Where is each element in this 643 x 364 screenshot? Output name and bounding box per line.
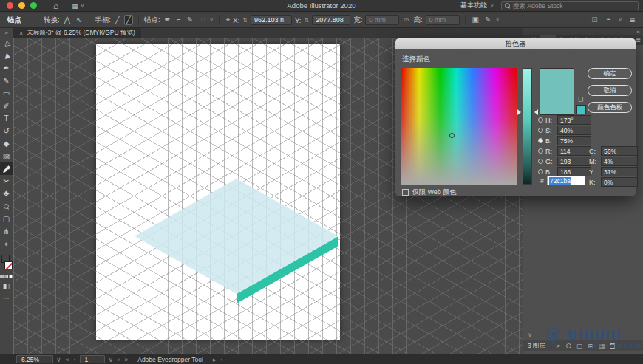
stock-search[interactable] [501,1,639,10]
reference-point-icon[interactable]: ⌖ [225,16,232,24]
dialog-title[interactable]: 拾色器 [395,38,636,49]
next-artboard-icon[interactable]: › [118,356,120,363]
arrange-documents-button[interactable]: ▦ ∨ [72,2,84,10]
panel-list-icon[interactable]: ≣ [628,16,637,24]
k-field[interactable]: 0% [601,177,638,187]
b2-radio[interactable] [538,169,543,174]
convert-smooth-icon[interactable]: ∿ [75,16,84,24]
artboard-number-field[interactable]: 1 [80,355,105,363]
zoom-tool[interactable] [0,200,13,213]
smooth-anchor-icon[interactable]: ✎ [186,16,194,24]
eyedropper-tool[interactable] [0,162,13,175]
isolate-icon[interactable]: ∷ [199,16,206,24]
direct-selection-tool[interactable]: ▶ [0,49,13,62]
s-radio[interactable] [538,128,543,133]
none-button[interactable] [9,275,13,278]
scroll-left-icon[interactable]: ‹ [220,356,222,363]
convert-corner-icon[interactable]: ⋀ [63,16,72,24]
artboard-dropdown-icon[interactable]: ∨ [109,356,114,363]
selection-tool[interactable]: ▷ [0,37,13,49]
gradient-button[interactable] [4,275,8,278]
r-radio[interactable] [538,148,543,154]
height-field[interactable]: 0 mm [426,15,460,25]
zoom-dropdown-icon[interactable]: ∨ [56,356,61,363]
curvature-tool[interactable]: ✎ [0,75,13,87]
home-icon[interactable]: ⌂ [53,2,58,10]
zoom-level-field[interactable]: 6.25% [16,355,53,363]
h-radio[interactable] [538,117,543,123]
document-tab[interactable]: × 未标题-3* @ 6.25% (CMYK/GPU 预览) [13,28,141,38]
x-field[interactable]: 962.103 n [251,15,292,25]
web-safe-swatch[interactable] [576,105,586,114]
panel-menu-icon[interactable]: ≣ [636,37,643,44]
y-stepper-icon[interactable]: ⇅ [304,17,309,24]
prev-artboard-icon[interactable]: ‹ [74,356,76,363]
m-field[interactable]: 4% [601,157,638,166]
g-radio[interactable] [538,159,543,164]
remove-anchor-icon[interactable]: ✒ [163,16,172,24]
transform-box-icon[interactable]: ▣ [471,16,480,24]
zoom-window-button[interactable] [30,2,37,9]
first-artboard-icon[interactable]: « [66,356,69,363]
b-field[interactable]: 75% [557,136,591,145]
symbol-tool[interactable]: ⌖ [0,238,13,250]
locate-object-icon[interactable] [566,343,571,348]
panel-row-collapse-icon[interactable]: ∨ [528,332,532,338]
color-swatches-button[interactable]: 颜色色板 [588,102,632,113]
brightness-slider[interactable] [523,68,532,185]
x-stepper-icon[interactable]: ⇅ [242,17,248,24]
align-options-icon[interactable]: ≡ [605,16,613,24]
edit-toolbar-icon[interactable]: … [0,292,13,301]
hand-tool[interactable]: ✥ [0,188,13,200]
drawing-modes-icon[interactable]: ◧ [0,280,13,292]
iso-tile-top-face[interactable] [135,179,338,294]
ok-button[interactable]: 确定 [588,68,632,79]
pen-options-icon[interactable]: ✎ [483,16,492,24]
width-field[interactable]: 0 mm [365,15,399,25]
c-field[interactable]: 56% [601,146,638,156]
shape-builder-tool[interactable]: ✂ [0,175,13,188]
hex-value: 72c1ba [549,177,571,185]
link-dimensions-icon[interactable]: ∞ [402,16,410,24]
rectangle-tool[interactable]: ▭ [0,87,13,100]
color-button[interactable] [0,275,4,278]
stroke-none-swatch[interactable] [4,261,13,269]
collapse-panels-icon[interactable]: » [637,29,640,35]
pen-tool[interactable]: ✒ [0,62,13,75]
minimize-window-button[interactable] [18,2,25,9]
paintbrush-tool[interactable]: ✐ [0,100,13,112]
slider-arrow-left-icon[interactable] [517,109,521,115]
type-tool[interactable]: T [0,112,13,125]
color-marker-icon[interactable] [449,133,455,138]
gradient-tool[interactable]: ▨ [0,150,13,162]
slider-arrow-right-icon[interactable] [534,109,538,115]
close-tab-icon[interactable]: × [19,30,23,37]
artboard-tool[interactable]: ▢ [0,213,13,225]
status-options-icon[interactable]: ▸ [213,356,217,363]
b-radio[interactable] [538,138,543,143]
y-field[interactable]: 2077.808 [312,15,350,25]
search-input[interactable] [513,2,624,10]
workspace-switcher[interactable]: 基本功能 ∨ [460,1,494,10]
r-field[interactable]: 114 [557,146,591,156]
s-field[interactable]: 40% [557,126,591,135]
h-field[interactable]: 173° [557,115,591,125]
g-field[interactable]: 193 [557,157,591,166]
eraser-tool[interactable]: ◆ [0,137,13,150]
show-handles-icon[interactable]: ╱ [114,16,121,24]
close-window-button[interactable] [7,2,13,9]
corner-anchor-icon[interactable]: ⌐ [175,16,183,24]
toolbar-collapse-icon[interactable]: » [0,28,13,37]
rotate-tool[interactable]: ↺ [0,125,13,137]
h-label: H: [545,117,555,124]
snap-grid-icon[interactable]: ⊡ [590,16,599,24]
y-field[interactable]: 31% [601,167,638,176]
mesh-tool[interactable]: ⋔ [0,225,13,238]
cancel-button[interactable]: 取消 [588,85,632,96]
gamut-warning-icon[interactable]: ❑ [578,96,583,103]
hex-field[interactable]: 72c1ba [547,176,585,185]
web-colors-only-checkbox[interactable]: 仅限 Web 颜色 [402,188,456,197]
hide-handles-icon[interactable]: ╱ [124,15,133,25]
color-spectrum-field[interactable] [401,68,517,185]
last-artboard-icon[interactable]: » [124,356,128,363]
